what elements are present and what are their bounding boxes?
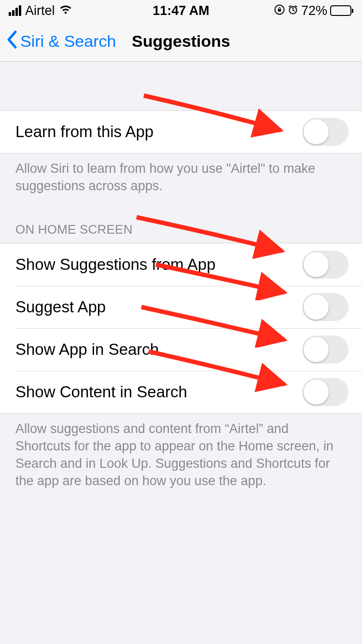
status-right: 72%: [274, 3, 353, 18]
toggle-show-suggestions[interactable]: [302, 251, 348, 279]
row-label: Show Suggestions from App: [15, 255, 216, 274]
section-home-screen: Show Suggestions from App Suggest App Sh…: [0, 243, 362, 414]
chevron-left-icon: [6, 30, 17, 53]
section-learn: Learn from this App: [0, 110, 362, 154]
row-show-suggestions[interactable]: Show Suggestions from App: [0, 243, 362, 286]
row-label: Show App in Search: [15, 340, 159, 359]
status-bar: Airtel 11:47 AM 72%: [0, 0, 362, 21]
row-suggest-app[interactable]: Suggest App: [0, 286, 362, 328]
page-title: Suggestions: [132, 32, 230, 51]
wifi-icon: [59, 3, 72, 18]
row-show-content-search[interactable]: Show Content in Search: [0, 371, 362, 413]
section2-header: ON HOME SCREEN: [0, 222, 362, 243]
battery-icon: [330, 5, 353, 16]
carrier-label: Airtel: [25, 3, 55, 18]
battery-pct: 72%: [301, 3, 327, 18]
row-label: Suggest App: [15, 298, 106, 316]
signal-icon: [9, 5, 21, 16]
toggle-learn-from-app[interactable]: [302, 118, 348, 146]
section2-footer: Allow suggestions and content from “Airt…: [0, 414, 362, 490]
toggle-show-app-search[interactable]: [302, 336, 348, 364]
row-learn-from-app[interactable]: Learn from this App: [0, 111, 362, 153]
back-button[interactable]: Siri & Search: [0, 30, 116, 53]
status-left: Airtel: [9, 3, 72, 18]
spacer: [0, 62, 362, 110]
toggle-show-content-search[interactable]: [302, 378, 348, 406]
row-show-app-search[interactable]: Show App in Search: [0, 328, 362, 371]
orientation-lock-icon: [274, 3, 285, 18]
section1-footer: Allow Siri to learn from how you use "Ai…: [0, 154, 362, 195]
alarm-icon: [288, 3, 298, 18]
row-label: Learn from this App: [15, 123, 153, 141]
status-time: 11:47 AM: [153, 3, 209, 18]
toggle-suggest-app[interactable]: [302, 293, 348, 321]
nav-header: Siri & Search Suggestions: [0, 21, 362, 62]
back-label: Siri & Search: [20, 32, 116, 51]
row-label: Show Content in Search: [15, 383, 187, 401]
